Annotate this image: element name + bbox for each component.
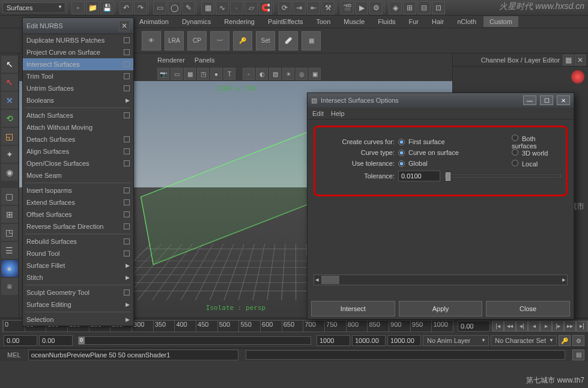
menu-item-sculpt-geometry-tool[interactable]: Sculpt Geometry Tool [23, 286, 133, 299]
prefs-icon[interactable]: ⚙ [572, 335, 584, 346]
shelf-cp-icon[interactable]: CP [187, 31, 207, 50]
tab-toon[interactable]: Toon [310, 16, 336, 27]
vp-light-icon[interactable]: ☀ [282, 68, 294, 80]
character-set-dropdown[interactable]: No Character Set [491, 335, 557, 346]
snap-point-icon[interactable]: ∙ [230, 1, 243, 14]
snap-plane-icon[interactable]: ▱ [244, 1, 258, 14]
next-key-icon[interactable]: |▸ [552, 321, 564, 332]
menu-item-offset-surfaces[interactable]: Offset Surfaces [23, 208, 133, 220]
tolerance-slider[interactable] [445, 175, 561, 177]
construction-icon[interactable]: ⚒ [321, 1, 335, 14]
option-box-icon[interactable] [124, 73, 130, 79]
autokey-icon[interactable]: 🔑 [559, 335, 571, 346]
option-box-icon[interactable] [124, 238, 130, 244]
shelf-eye-icon[interactable]: 👁 [142, 31, 161, 50]
step-fwd-icon[interactable]: ▸▸ [564, 321, 576, 332]
dialog-menu-help[interactable]: Help [331, 110, 345, 117]
step-back-icon[interactable]: ◂◂ [504, 321, 516, 332]
radio-first-surface[interactable] [398, 139, 405, 145]
tab-hair[interactable]: Hair [426, 16, 450, 27]
render-icon[interactable]: 🎬 [341, 1, 354, 14]
select-tool-icon[interactable]: ↖ [1, 56, 18, 73]
menu-item-extend-surfaces[interactable]: Extend Surfaces [23, 196, 133, 208]
range-slider[interactable]: 0 [78, 336, 311, 345]
option-box-icon[interactable] [124, 199, 130, 205]
vp-wire-icon[interactable]: ▫ [243, 68, 255, 80]
menu-item-stitch[interactable]: Stitch▶ [23, 271, 133, 283]
dialog-menu-edit[interactable]: Edit [312, 110, 324, 117]
range-end-b-field[interactable] [352, 335, 386, 346]
command-input[interactable] [28, 350, 238, 360]
option-box-icon[interactable] [124, 136, 130, 142]
menu-item-detach-surfaces[interactable]: Detach Surfaces [23, 133, 133, 145]
radio-curve-on-surface[interactable] [398, 150, 405, 156]
play-fwd-icon[interactable]: ▸ [540, 321, 552, 332]
menu-close-icon[interactable]: ✕ [119, 20, 130, 31]
shelf-user-icon[interactable]: ▦ [302, 31, 321, 50]
menu-item-surface-editing[interactable]: Surface Editing▶ [23, 299, 133, 311]
dialog-hscrollbar[interactable]: ◂ ▸ [314, 274, 568, 285]
vp-cube-icon[interactable]: ◳ [197, 68, 209, 80]
hypergraph-icon[interactable]: ◈ [389, 1, 402, 14]
option-box-icon[interactable] [124, 223, 130, 229]
radio-global[interactable] [398, 160, 405, 167]
shelf-set-icon[interactable]: Set [256, 31, 275, 50]
vp-t-icon[interactable]: T [223, 68, 235, 80]
menu-item-trim-tool[interactable]: Trim Tool [23, 70, 133, 82]
panel-opt-icon[interactable]: ▦ [563, 55, 574, 65]
vp-menu-renderer[interactable]: Renderer [157, 56, 185, 64]
rewind-icon[interactable]: |◂ [492, 321, 504, 332]
range-start-field[interactable] [4, 335, 37, 346]
tab-custom[interactable]: Custom [483, 16, 518, 27]
open-icon[interactable]: 📁 [86, 1, 99, 14]
view-single-icon[interactable]: ▢ [1, 188, 18, 205]
view-persp-icon[interactable]: ◳ [1, 224, 18, 241]
layout1-icon[interactable]: ⊞ [403, 1, 416, 14]
menu-item-intersect-surfaces[interactable]: Intersect Surfaces [23, 58, 133, 70]
menu-item-selection[interactable]: Selection▶ [23, 314, 133, 326]
ipr-icon[interactable]: ▶ [355, 1, 368, 14]
option-box-icon[interactable] [124, 187, 130, 193]
vp-shade-icon[interactable]: ● [210, 68, 222, 80]
option-box-icon[interactable] [124, 61, 130, 67]
shelf-medic-icon[interactable]: 🩹 [279, 31, 298, 50]
vp-grid-icon[interactable]: ▦ [184, 68, 196, 80]
menu-item-booleans[interactable]: Booleans▶ [23, 94, 133, 106]
tab-painteffects[interactable]: PaintEffects [262, 16, 309, 27]
option-box-icon[interactable] [124, 289, 130, 296]
play-back-icon[interactable]: ◂ [528, 321, 540, 332]
vp-menu-panels[interactable]: Panels [195, 56, 215, 64]
tab-rendering[interactable]: Rendering [218, 16, 261, 27]
tab-muscle[interactable]: Muscle [338, 16, 371, 27]
apply-button[interactable]: Apply [399, 301, 483, 317]
soft-tool-icon[interactable]: ◉ [1, 164, 18, 181]
tab-fur[interactable]: Fur [403, 16, 425, 27]
vp-tex-icon[interactable]: ▨ [269, 68, 281, 80]
menu-item-reverse-surface-direction[interactable]: Reverse Surface Direction [23, 220, 133, 232]
menu-item-surface-fillet[interactable]: Surface Fillet▶ [23, 259, 133, 271]
lasso-tool-icon[interactable]: ↖ [1, 74, 18, 91]
tab-dynamics[interactable]: Dynamics [176, 16, 217, 27]
history-icon[interactable]: ⟳ [278, 1, 291, 14]
view-outliner-icon[interactable]: ☰ [1, 242, 18, 259]
render-settings-icon[interactable]: ⚙ [369, 1, 383, 14]
intersect-button[interactable]: Intersect [311, 301, 395, 317]
menu-item-insert-isoparms[interactable]: Insert Isoparms [23, 184, 133, 196]
undo-icon[interactable]: ↶ [120, 1, 133, 14]
option-box-icon[interactable] [124, 250, 130, 256]
rotate-tool-icon[interactable]: ⟲ [1, 110, 18, 127]
vp-isolate-icon[interactable]: ▣ [309, 68, 321, 80]
view-four-icon[interactable]: ⊞ [1, 206, 18, 223]
select-icon[interactable]: ▭ [153, 1, 166, 14]
shelf-lra-icon[interactable]: LRA [165, 31, 184, 50]
layout2-icon[interactable]: ⊟ [417, 1, 431, 14]
magnet-icon[interactable]: 🧲 [259, 1, 272, 14]
script-editor-icon[interactable]: ▤ [572, 350, 584, 360]
menu-item-align-surfaces[interactable]: Align Surfaces [23, 145, 133, 157]
menu-item-attach-surfaces[interactable]: Attach Surfaces [23, 109, 133, 121]
output-icon[interactable]: ⇤ [307, 1, 320, 14]
fast-fwd-icon[interactable]: ▸| [576, 321, 588, 332]
prev-key-icon[interactable]: ◂| [516, 321, 528, 332]
menu-item-round-tool[interactable]: Round Tool [23, 247, 133, 259]
tab-animation[interactable]: Animation [133, 16, 175, 27]
